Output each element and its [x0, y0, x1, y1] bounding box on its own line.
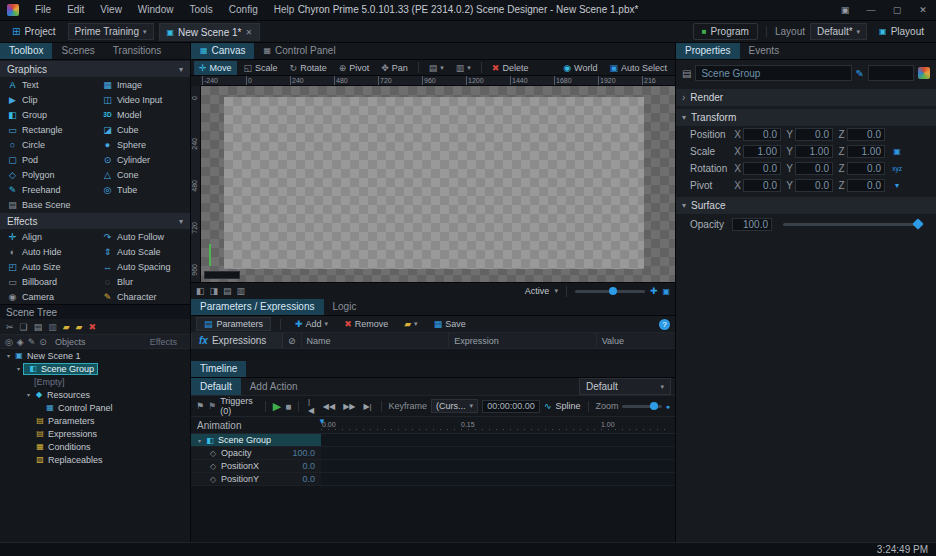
track-lane[interactable] [321, 460, 675, 473]
view-options-dropdown[interactable]: ▥▾ [451, 61, 476, 75]
rotation-z-field[interactable]: 0.0 [847, 162, 885, 175]
rotation-y-field[interactable]: 0.0 [795, 162, 833, 175]
mask-b-icon[interactable]: ◨ [210, 286, 219, 296]
flag-end-icon[interactable]: ⚑ [208, 401, 216, 411]
save-button[interactable]: ▦Save [429, 317, 471, 331]
edit-icon[interactable]: ✎ [28, 337, 36, 347]
effect-item-camera[interactable]: ◉Camera [0, 289, 95, 304]
tab-parameters-expressions[interactable]: Parameters / Expressions [191, 299, 324, 315]
layout-select[interactable]: Default* ▾ [810, 23, 867, 40]
search-icon[interactable]: ⊙ [39, 337, 47, 347]
effect-item-auto-spacing[interactable]: ↔Auto Spacing [95, 259, 190, 274]
forward-button[interactable]: ▶▶ [341, 402, 357, 411]
close-tab-icon[interactable]: ✕ [245, 28, 252, 37]
tab-scenes[interactable]: Scenes [52, 43, 103, 59]
menu-view[interactable]: View [92, 0, 130, 20]
object-name-field[interactable]: Scene Group [695, 65, 851, 81]
playout-button[interactable]: ▣ Playout [872, 24, 931, 39]
menu-tools[interactable]: Tools [181, 0, 220, 20]
style-field[interactable] [868, 65, 914, 81]
skip-end-button[interactable]: ▶| [361, 402, 373, 411]
tool-item-text[interactable]: AText [0, 77, 95, 92]
graphics-section-header[interactable]: Graphics ▾ [0, 61, 190, 77]
track-lane[interactable] [321, 447, 675, 460]
timeline-zoom-handle[interactable] [650, 402, 658, 410]
timecode-field[interactable]: 00:00:00.00 [482, 400, 540, 413]
snap-options-dropdown[interactable]: ▤▾ [424, 61, 449, 75]
menu-config[interactable]: Config [221, 0, 266, 20]
effect-item-align[interactable]: ✛Align [0, 229, 95, 244]
expressions-table-body[interactable] [191, 349, 675, 361]
effect-item-character[interactable]: ✎Character [95, 289, 190, 304]
tool-item-circle[interactable]: ○Circle [0, 137, 95, 152]
tab-transitions[interactable]: Transitions [104, 43, 171, 59]
scene-safe-area[interactable] [224, 97, 644, 269]
tree-item-new-scene-1[interactable]: ▾ ▣ New Scene 1 [0, 349, 190, 362]
tool-item-tube[interactable]: ◎Tube [95, 182, 190, 197]
maximize-button[interactable]: ▢ [884, 0, 910, 20]
project-button[interactable]: ⊞ Project [5, 24, 63, 39]
expander-icon[interactable]: ▾ [4, 352, 13, 359]
effect-item-auto-follow[interactable]: ↷Auto Follow [95, 229, 190, 244]
close-button[interactable]: ✕ [910, 0, 936, 20]
pan-tool-button[interactable]: ✥Pan [376, 61, 413, 75]
eye-icon[interactable]: ◎ [5, 337, 13, 347]
tool-item-cone[interactable]: △Cone [95, 167, 190, 182]
world-toggle[interactable]: ◉World [558, 61, 602, 75]
remove-button[interactable]: ✖Remove [339, 317, 393, 331]
tool-item-polygon[interactable]: ◇Polygon [0, 167, 95, 182]
tab-events[interactable]: Events [740, 43, 789, 59]
triggers-button[interactable]: Triggers (0) [220, 396, 258, 416]
scale-x-field[interactable]: 1.00 [743, 145, 781, 158]
parameters-button[interactable]: ▤ Parameters [196, 317, 271, 331]
note-icon[interactable]: ▥ [237, 286, 246, 296]
link-scale-icon[interactable]: ▣ [888, 147, 906, 156]
menu-window[interactable]: Window [130, 0, 182, 20]
effects-section-header[interactable]: Effects ▾ [0, 213, 190, 229]
popout-icon[interactable]: ▣ [832, 0, 858, 20]
surface-section-header[interactable]: ▾ Surface [676, 197, 936, 214]
effect-item-auto-hide[interactable]: ◐Auto Hide [0, 244, 95, 259]
tool-item-group[interactable]: ◧Group [0, 107, 95, 122]
effect-item-auto-size[interactable]: ◰Auto Size [0, 259, 95, 274]
folder-icon[interactable]: ▰ [63, 322, 70, 332]
folder-add-icon[interactable]: ▰ [76, 322, 83, 332]
pivot-preset-dropdown-icon[interactable]: ▾ [888, 181, 906, 190]
menu-help[interactable]: Help [266, 0, 303, 20]
scene-tab[interactable]: ▣ New Scene 1* ✕ [159, 23, 261, 41]
tool-item-video-input[interactable]: ◫Video Input [95, 92, 190, 107]
add-action-button[interactable]: Add Action [241, 378, 307, 395]
timeline-track-position-y[interactable]: ◇ PositionY 0.0 [191, 473, 675, 486]
tree-item-parameters[interactable]: ▤ Parameters [0, 414, 190, 427]
chevron-down-icon[interactable]: ▾ [554, 287, 558, 295]
flag-icon[interactable]: ⚑ [196, 401, 204, 411]
clear-icon[interactable]: ▥ [48, 322, 57, 332]
track-lane[interactable] [321, 473, 675, 486]
expander-icon[interactable]: ▾ [24, 391, 33, 398]
position-x-field[interactable]: 0.0 [743, 128, 781, 141]
rotate-tool-button[interactable]: ↻Rotate [285, 61, 332, 75]
rotation-x-field[interactable]: 0.0 [743, 162, 781, 175]
tree-item-control-panel[interactable]: ▦ Control Panel [0, 401, 190, 414]
tab-properties[interactable]: Properties [676, 43, 740, 59]
paste-icon[interactable]: ▤ [34, 322, 43, 332]
rewind-button[interactable]: ◀◀ [321, 402, 337, 411]
tool-item-base-scene[interactable]: ▤Base Scene [0, 197, 95, 212]
timeline-track-position-x[interactable]: ◇ PositionX 0.0 [191, 460, 675, 473]
menu-edit[interactable]: Edit [59, 0, 92, 20]
tool-item-rectangle[interactable]: ▭Rectangle [0, 122, 95, 137]
track-lane[interactable] [321, 434, 675, 447]
minimize-button[interactable]: — [858, 0, 884, 20]
rotation-order-badge[interactable]: xyz [888, 165, 906, 172]
active-state-label[interactable]: Active [525, 286, 550, 296]
timeline-ruler[interactable]: ▼ 0.00 0.15 1.00 [321, 417, 675, 433]
canvas-viewport[interactable] [201, 86, 675, 282]
tab-canvas[interactable]: ▦ Canvas [191, 43, 254, 59]
stop-button[interactable]: ■ [285, 401, 291, 412]
menu-file[interactable]: File [27, 0, 59, 20]
position-z-field[interactable]: 0.0 [847, 128, 885, 141]
timeline-preset-select[interactable]: Default ▾ [579, 378, 671, 395]
pivot-tool-button[interactable]: ⊕Pivot [334, 61, 375, 75]
tab-control-panel[interactable]: ▦ Control Panel [254, 43, 344, 59]
lock-icon[interactable]: ◈ [17, 337, 24, 347]
